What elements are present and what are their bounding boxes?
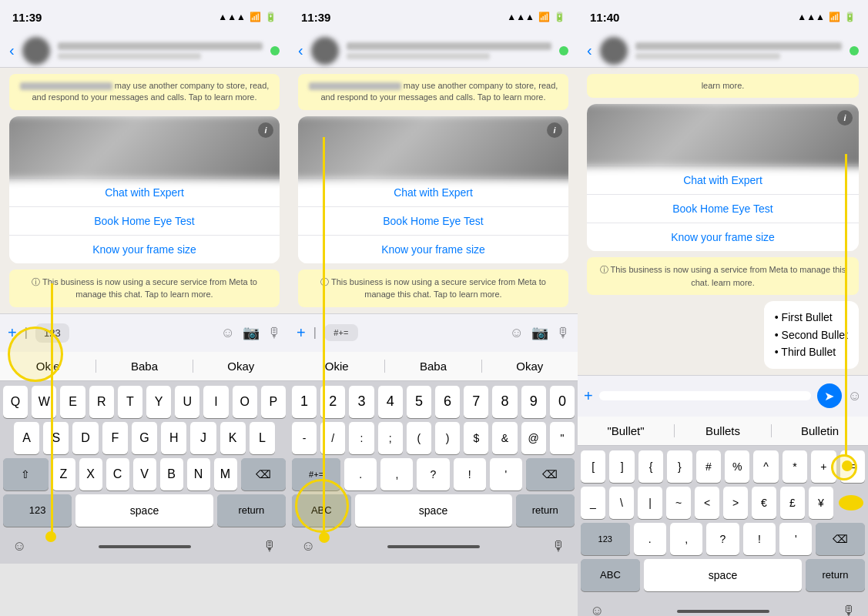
key-8[interactable]: 8 [492, 386, 517, 418]
key-euro[interactable]: € [752, 487, 776, 519]
key-underscore[interactable]: _ [581, 487, 605, 519]
key-tilde[interactable]: ~ [666, 487, 691, 519]
key-0[interactable]: 0 [550, 386, 575, 418]
camera-icon-2[interactable]: 📷 [531, 324, 548, 341]
key-r[interactable]: R [89, 386, 114, 418]
key-caret[interactable]: ^ [753, 450, 778, 483]
message-input-3[interactable] [599, 391, 811, 400]
key-pound[interactable]: £ [780, 487, 805, 519]
key-lt[interactable]: < [695, 487, 719, 519]
key-7[interactable]: 7 [464, 386, 488, 418]
key-a[interactable]: A [14, 422, 39, 454]
key-comma[interactable]: , [380, 458, 413, 490]
suggestion-2-2[interactable]: Okay [481, 360, 578, 373]
chat-expert-btn-1[interactable]: Chat with Expert [9, 178, 280, 206]
key-z[interactable]: Z [52, 458, 75, 490]
add-icon-2[interactable]: + [297, 324, 306, 342]
dictation-icon-2[interactable]: 🎙 [551, 538, 565, 554]
key-n[interactable]: N [187, 458, 210, 490]
key-exclaim[interactable]: ! [454, 458, 486, 490]
suggestion-2-0[interactable]: Okie [289, 360, 384, 373]
suggestion-1-1[interactable]: Baba [96, 360, 192, 373]
key-comma-3[interactable]: , [670, 523, 702, 555]
key-k[interactable]: K [220, 422, 246, 454]
key-e[interactable]: E [60, 386, 85, 418]
key-amp[interactable]: & [492, 422, 517, 454]
key-question[interactable]: ? [417, 458, 449, 490]
key-minus[interactable]: - [292, 422, 317, 454]
key-6[interactable]: 6 [435, 386, 460, 418]
key-equal[interactable]: = [840, 450, 865, 483]
key-lcurly[interactable]: { [638, 450, 663, 483]
key-backspace[interactable]: ⌫ [241, 458, 287, 490]
key-return-1[interactable]: return [217, 494, 286, 527]
book-eye-test-btn-3[interactable]: Book Home Eye Test [587, 194, 859, 223]
key-o[interactable]: O [233, 386, 257, 418]
key-x[interactable]: X [79, 458, 102, 490]
key-abc-3[interactable]: ABC [581, 559, 640, 591]
add-icon-3[interactable]: + [584, 387, 593, 405]
key-q[interactable]: Q [3, 386, 28, 418]
key-plus[interactable]: + [811, 450, 836, 483]
key-space-3[interactable]: space [644, 559, 802, 591]
key-c[interactable]: C [106, 458, 129, 490]
dictation-icon-1[interactable]: 🎙 [263, 538, 276, 554]
chat-expert-btn-3[interactable]: Chat with Expert [587, 166, 859, 194]
suggestion-3-0[interactable]: "Bullet" [578, 424, 674, 437]
back-button-1[interactable]: ‹ [9, 42, 15, 59]
mic-icon-1[interactable]: 🎙 [267, 325, 281, 341]
key-apos[interactable]: ' [490, 458, 522, 490]
key-i[interactable]: I [203, 386, 228, 418]
dictation-icon-3[interactable]: 🎙 [842, 603, 856, 616]
key-rparen[interactable]: ) [435, 422, 460, 454]
sticker-icon-2[interactable]: ☺ [510, 325, 524, 341]
key-space-1[interactable]: space [75, 494, 213, 527]
key-w[interactable]: W [32, 386, 56, 418]
key-f[interactable]: F [102, 422, 128, 454]
camera-icon-1[interactable]: 📷 [243, 324, 260, 341]
suggestion-3-1[interactable]: Bullets [674, 424, 771, 437]
key-y[interactable]: Y [146, 386, 171, 418]
key-exclaim-3[interactable]: ! [743, 523, 776, 555]
key-bullet-dot[interactable] [839, 495, 863, 511]
key-lparen[interactable]: ( [407, 422, 431, 454]
keyboard-switch-btn-1[interactable]: 123 [35, 323, 69, 343]
info-button-1[interactable]: i [258, 122, 273, 138]
key-d[interactable]: D [72, 422, 98, 454]
emoji-icon-3[interactable]: ☺ [590, 603, 604, 616]
back-button-2[interactable]: ‹ [298, 42, 303, 59]
sticker-icon-1[interactable]: ☺ [221, 325, 235, 341]
key-yen[interactable]: ¥ [809, 487, 833, 519]
key-question-3[interactable]: ? [706, 523, 739, 555]
key-1[interactable]: 1 [292, 386, 317, 418]
key-9[interactable]: 9 [521, 386, 546, 418]
key-return-2[interactable]: return [516, 494, 575, 527]
key-b[interactable]: B [160, 458, 183, 490]
emoji-icon-2[interactable]: ☺ [301, 538, 315, 554]
key-return-3[interactable]: return [806, 559, 865, 591]
key-abc[interactable]: ABC [292, 494, 351, 527]
sticker-icon-3[interactable]: ☺ [848, 388, 862, 404]
key-123-3[interactable]: 123 [581, 523, 630, 555]
key-percent[interactable]: % [725, 450, 749, 483]
know-frame-size-btn-3[interactable]: Know your frame size [587, 223, 859, 251]
suggestion-1-2[interactable]: Okay [193, 360, 289, 373]
know-frame-size-btn-1[interactable]: Know your frame size [9, 235, 280, 263]
key-2[interactable]: 2 [320, 386, 345, 418]
key-s[interactable]: S [43, 422, 69, 454]
key-semi[interactable]: ; [378, 422, 403, 454]
key-5[interactable]: 5 [407, 386, 431, 418]
key-u[interactable]: U [175, 386, 199, 418]
key-v[interactable]: V [133, 458, 156, 490]
key-quote[interactable]: " [550, 422, 575, 454]
key-g[interactable]: G [132, 422, 157, 454]
key-rcurly[interactable]: } [667, 450, 692, 483]
key-bksp-3[interactable]: ⌫ [816, 523, 865, 555]
book-eye-test-btn-1[interactable]: Book Home Eye Test [9, 206, 280, 235]
key-colon[interactable]: : [349, 422, 374, 454]
key-backslash[interactable]: \ [609, 487, 634, 519]
key-p[interactable]: P [261, 386, 286, 418]
suggestion-3-2[interactable]: Bulletin [771, 424, 868, 437]
key-at[interactable]: @ [521, 422, 546, 454]
add-icon-1[interactable]: + [8, 324, 17, 342]
